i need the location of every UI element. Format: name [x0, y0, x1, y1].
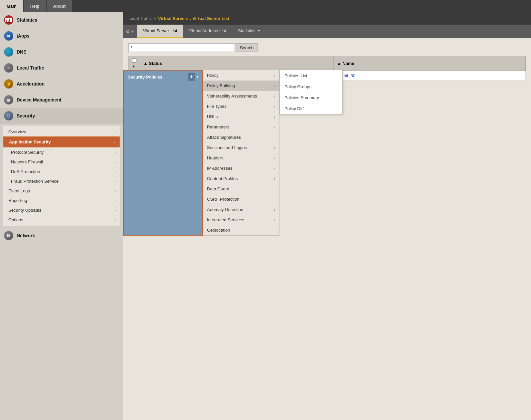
- menu-item-anomaly-detection[interactable]: Anomaly Detection ›: [203, 204, 279, 215]
- sidebar-sub-protocolsecurity[interactable]: Protocol Security ›: [3, 147, 120, 157]
- menu-item-anomaly-label: Anomaly Detection: [207, 207, 243, 212]
- table-header-checkbox: ▼: [129, 56, 140, 71]
- menu-item-integrated-label: Integrated Services: [207, 217, 244, 222]
- menu-item-attacksig-label: Attack Signatures: [207, 135, 241, 140]
- menu-item-policy-label: Policy: [207, 73, 219, 78]
- menu-item-sessions-logins[interactable]: Sessions and Logins ›: [203, 142, 279, 153]
- right-menu-policy-diff[interactable]: Policy Diff: [280, 103, 342, 114]
- sidebar-item-devmgmt[interactable]: ▦ Device Management: [0, 92, 123, 108]
- sidebar-item-security[interactable]: 🛡 Security: [0, 108, 123, 124]
- sidebar-item-localtraffic[interactable]: ≡ Local Traffic: [0, 60, 123, 76]
- search-bar: Search: [128, 43, 526, 52]
- right-menu-policies-list[interactable]: Policies List: [280, 70, 342, 81]
- sidebar-label-iapps: iApps: [17, 33, 30, 39]
- dns-icon: 🌐: [4, 47, 13, 57]
- sidebar-label-dns: DNS: [17, 49, 27, 55]
- status-sort-icon[interactable]: ▲: [143, 61, 148, 66]
- sidebar-sub-reporting[interactable]: Reporting ›: [3, 196, 120, 205]
- right-menu-policies-summary[interactable]: Policies Summary: [280, 92, 342, 103]
- sidebar-sub-fraudprotection[interactable]: Fraud Protection Service ›: [3, 176, 120, 186]
- content-area: Local Traffic » Virtual Servers : Virtua…: [123, 12, 531, 420]
- menu-item-policy[interactable]: Policy ›: [203, 70, 279, 81]
- sidebar-sub-dosprotection[interactable]: DoS Protection ›: [3, 167, 120, 176]
- breadcrumb-active: Virtual Servers : Virtual Server List: [158, 16, 229, 21]
- menu-item-urls-label: URLs: [207, 114, 218, 119]
- reporting-arrow: ›: [114, 199, 116, 203]
- sidebar-item-acceleration[interactable]: ⚡ Acceleration: [0, 76, 123, 92]
- security-policies-plus-button[interactable]: +: [188, 73, 195, 81]
- sidebar: Statistics iA iApps 🌐 DNS ≡ Local Traffi…: [0, 12, 123, 420]
- dosprotection-arrow: ›: [114, 170, 116, 174]
- sidebar-sub-appsecurity[interactable]: Application Security ›: [3, 136, 120, 147]
- security-sub-section: Overview › Application Security › Protoc…: [3, 125, 120, 226]
- localtraffic-icon: ≡: [4, 63, 13, 73]
- sidebar-sub-overview[interactable]: Overview ›: [3, 127, 120, 136]
- appsecurity-label: Application Security: [9, 139, 51, 144]
- sidebar-label-network: Network: [17, 233, 35, 238]
- security-policies-header[interactable]: Security Policies + ›: [124, 71, 202, 83]
- sidebar-item-iapps[interactable]: iA iApps: [0, 28, 123, 44]
- menu-item-geolocation[interactable]: Geolocation: [203, 225, 279, 235]
- gear-icon: ⚙: [126, 29, 130, 34]
- search-input[interactable]: [128, 43, 235, 52]
- protocolsecurity-label: Protocol Security: [11, 150, 44, 155]
- dropdown-menu-container: Security Policies + › Policy › Policy: [123, 70, 343, 236]
- menu-item-parameters[interactable]: Parameters ›: [203, 122, 279, 132]
- devmgmt-icon: ▦: [4, 95, 13, 105]
- statistics-tab-label: Statistics: [238, 28, 255, 33]
- menu-item-urls[interactable]: URLs ›: [203, 111, 279, 122]
- tab-statistics[interactable]: Statistics ▼: [232, 25, 266, 38]
- breadcrumb-prefix: Local Traffic: [128, 16, 152, 21]
- menu-item-data-guard[interactable]: Data Guard: [203, 184, 279, 194]
- security-policies-panel: Security Policies + ›: [123, 70, 203, 236]
- sidebar-sub-securityupdates[interactable]: Security Updates ›: [3, 205, 120, 215]
- tab-main[interactable]: Main: [0, 0, 24, 12]
- dosprotection-label: DoS Protection: [11, 169, 40, 174]
- networkfirewall-arrow: ›: [114, 160, 116, 164]
- menu-item-geolocation-label: Geolocation: [207, 228, 230, 233]
- accel-icon: ⚡: [4, 79, 13, 89]
- tab-about[interactable]: About: [47, 0, 73, 12]
- sidebar-item-network[interactable]: 🖥 Network: [0, 228, 123, 244]
- menu-item-headers-label: Headers: [207, 155, 223, 160]
- fraudprotection-label: Fraud Protection Service: [11, 179, 59, 184]
- menu-item-contentprofiles-label: Content Profiles: [207, 176, 238, 181]
- menu-item-ipaddresses-arrow: ›: [274, 166, 275, 170]
- menu-item-filetypes-arrow: ›: [274, 105, 275, 108]
- tab-virtual-server-list[interactable]: Virtual Server List: [137, 25, 183, 38]
- sidebar-sub-options[interactable]: Options ›: [3, 215, 120, 225]
- overview-arrow: ›: [114, 130, 116, 134]
- main-layout: Statistics iA iApps 🌐 DNS ≡ Local Traffi…: [0, 12, 531, 420]
- menu-item-content-profiles[interactable]: Content Profiles ›: [203, 173, 279, 184]
- menu-item-headers[interactable]: Headers ›: [203, 153, 279, 163]
- security-icon: 🛡: [4, 111, 13, 120]
- menu-item-csrf-protection[interactable]: CSRF Protection: [203, 194, 279, 204]
- menu-item-anomaly-arrow: ›: [274, 208, 275, 212]
- table-header-status: ▲ Status: [140, 56, 334, 71]
- sidebar-sub-networkfirewall[interactable]: Network Firewall ›: [3, 157, 120, 167]
- menu-item-attack-signatures[interactable]: Attack Signatures: [203, 132, 279, 142]
- tab-virtual-address-list[interactable]: Virtual Address List: [183, 25, 232, 38]
- menu-item-integrated-services[interactable]: Integrated Services ›: [203, 215, 279, 225]
- options-label: Options: [8, 217, 23, 222]
- gear-button[interactable]: ⚙ ▼: [123, 25, 137, 38]
- overview-label: Overview: [8, 129, 26, 134]
- menu-item-ip-addresses[interactable]: IP Addresses ›: [203, 163, 279, 173]
- right-menu: Policies List Policy Groups Policies Sum…: [279, 70, 343, 114]
- sidebar-item-statistics[interactable]: Statistics: [0, 12, 123, 28]
- search-button[interactable]: Search: [236, 43, 258, 52]
- sidebar-item-dns[interactable]: 🌐 DNS: [0, 44, 123, 60]
- menu-item-file-types[interactable]: File Types ›: [203, 101, 279, 111]
- eventlogs-label: Event Logs: [8, 188, 30, 193]
- security-policies-arrow: ›: [197, 74, 198, 80]
- menu-item-policy-building[interactable]: Policy Building ›: [203, 81, 279, 91]
- sidebar-sub-eventlogs[interactable]: Event Logs ›: [3, 186, 120, 196]
- table-header-name: ▲ Name: [333, 56, 525, 71]
- select-all-checkbox[interactable]: [132, 58, 136, 63]
- menu-item-vuln-assessments[interactable]: Vulnerability Assessments ›: [203, 91, 279, 101]
- right-menu-policy-groups[interactable]: Policy Groups: [280, 81, 342, 92]
- middle-menu: Policy › Policy Building › Vulnerability…: [203, 70, 279, 236]
- dropdown-arrow-icon[interactable]: ▼: [132, 65, 135, 68]
- tab-help[interactable]: Help: [24, 0, 47, 12]
- name-sort-icon[interactable]: ▲: [337, 61, 341, 66]
